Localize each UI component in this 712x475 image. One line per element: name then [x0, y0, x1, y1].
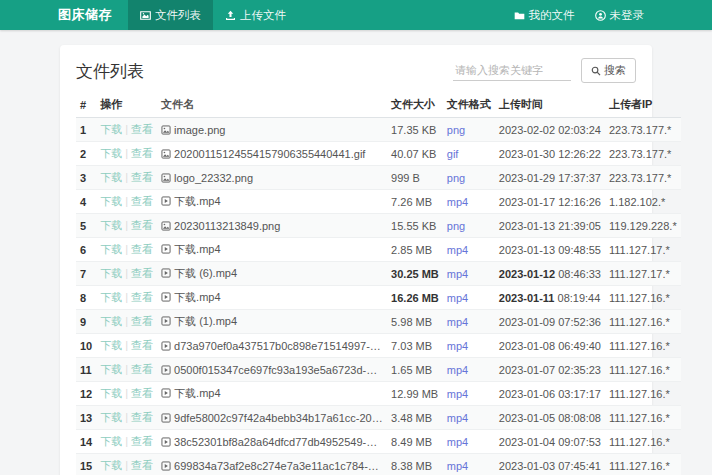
file-name: 699834a73af2e8c274e7a3e11ac1c784-2023-01… [174, 460, 387, 472]
row-actions: 下载|查看 [96, 166, 157, 190]
format-link[interactable]: mp4 [447, 388, 468, 400]
table-row: 4下载|查看下载.mp47.26 MBmp42023-01-17 12:16:2… [76, 190, 681, 214]
file-name: 下载.mp4 [174, 387, 220, 399]
file-name: 20230113213849.png [174, 220, 280, 232]
view-link[interactable]: 查看 [131, 459, 153, 471]
login-status-label: 未登录 [610, 8, 645, 23]
uploader-ip: 1.182.102.* [605, 190, 681, 214]
file-name-cell: 20230113213849.png [157, 214, 387, 238]
format-link[interactable]: png [447, 220, 465, 232]
tab-file-list-label: 文件列表 [155, 8, 201, 23]
view-link[interactable]: 查看 [131, 171, 153, 183]
file-format-cell: mp4 [443, 358, 495, 382]
file-name-cell: 20200115124554157906355440441.gif [157, 142, 387, 166]
search-button-label: 搜索 [604, 63, 626, 78]
format-link[interactable]: mp4 [447, 436, 468, 448]
format-link[interactable]: mp4 [447, 316, 468, 328]
view-link[interactable]: 查看 [131, 123, 153, 135]
file-size: 2.85 MB [387, 238, 443, 262]
row-actions: 下载|查看 [96, 382, 157, 406]
file-name-cell: 下载 (1).mp4 [157, 310, 387, 334]
download-link[interactable]: 下载 [100, 147, 122, 159]
view-link[interactable]: 查看 [131, 435, 153, 447]
file-size: 5.98 MB [387, 310, 443, 334]
download-link[interactable]: 下载 [100, 339, 122, 351]
format-link[interactable]: mp4 [447, 340, 468, 352]
download-link[interactable]: 下载 [100, 315, 122, 327]
download-link[interactable]: 下载 [100, 459, 122, 471]
format-link[interactable]: mp4 [447, 460, 468, 472]
row-actions: 下载|查看 [96, 406, 157, 430]
view-link[interactable]: 查看 [131, 363, 153, 375]
file-name-cell: 下载.mp4 [157, 190, 387, 214]
view-link[interactable]: 查看 [131, 315, 153, 327]
download-link[interactable]: 下载 [100, 243, 122, 255]
file-name: image.png [174, 124, 225, 136]
file-name: d73a970ef0a437517b0c898e71514997-2023-01… [174, 340, 387, 352]
file-name: 38c52301bf8a28a64dfcd77db4952549-2023-01… [174, 436, 387, 448]
upload-time: 2023-01-13 09:48:55 [495, 238, 605, 262]
folder-icon [514, 10, 525, 21]
upload-time: 2023-01-03 07:45:41 [495, 454, 605, 475]
file-table-body: 1下载|查看image.png17.35 KBpng2023-02-02 02:… [76, 118, 681, 475]
uploader-ip: 223.73.177.* [605, 142, 681, 166]
search-button[interactable]: 搜索 [581, 58, 636, 83]
row-actions: 下载|查看 [96, 334, 157, 358]
download-link[interactable]: 下载 [100, 363, 122, 375]
upload-time: 2023-01-29 17:37:37 [495, 166, 605, 190]
uploader-ip: 111.127.16.* [605, 406, 681, 430]
view-link[interactable]: 查看 [131, 219, 153, 231]
view-link[interactable]: 查看 [131, 267, 153, 279]
format-link[interactable]: gif [447, 148, 459, 160]
row-actions: 下载|查看 [96, 430, 157, 454]
format-link[interactable]: mp4 [447, 268, 468, 280]
search-input[interactable] [453, 60, 571, 81]
uploader-ip: 223.73.177.* [605, 166, 681, 190]
view-link[interactable]: 查看 [131, 195, 153, 207]
view-link[interactable]: 查看 [131, 411, 153, 423]
row-index: 10 [76, 334, 96, 358]
download-link[interactable]: 下载 [100, 387, 122, 399]
format-link[interactable]: png [447, 172, 465, 184]
view-link[interactable]: 查看 [131, 387, 153, 399]
row-index: 12 [76, 382, 96, 406]
col-actions: 操作 [96, 92, 157, 118]
file-name: 下载.mp4 [174, 291, 220, 303]
upload-time: 2023-01-09 07:52:36 [495, 310, 605, 334]
action-separator: | [125, 363, 128, 375]
format-link[interactable]: png [447, 124, 465, 136]
tab-upload[interactable]: 上传文件 [213, 0, 298, 30]
download-link[interactable]: 下载 [100, 411, 122, 423]
table-row: 14下载|查看38c52301bf8a28a64dfcd77db4952549-… [76, 430, 681, 454]
uploader-ip: 111.127.16.* [605, 286, 681, 310]
format-link[interactable]: mp4 [447, 196, 468, 208]
format-link[interactable]: mp4 [447, 412, 468, 424]
row-actions: 下载|查看 [96, 118, 157, 142]
view-link[interactable]: 查看 [131, 243, 153, 255]
download-link[interactable]: 下载 [100, 123, 122, 135]
file-name-cell: 699834a73af2e8c274e7a3e11ac1c784-2023-01… [157, 454, 387, 475]
format-link[interactable]: mp4 [447, 292, 468, 304]
row-index: 1 [76, 118, 96, 142]
download-link[interactable]: 下载 [100, 267, 122, 279]
action-separator: | [125, 315, 128, 327]
file-size: 16.26 MB [387, 286, 443, 310]
tab-file-list[interactable]: 文件列表 [128, 0, 213, 30]
download-link[interactable]: 下载 [100, 291, 122, 303]
file-format-cell: mp4 [443, 286, 495, 310]
format-link[interactable]: mp4 [447, 364, 468, 376]
download-link[interactable]: 下载 [100, 195, 122, 207]
row-actions: 下载|查看 [96, 142, 157, 166]
view-link[interactable]: 查看 [131, 147, 153, 159]
format-link[interactable]: mp4 [447, 244, 468, 256]
file-format-cell: mp4 [443, 430, 495, 454]
view-link[interactable]: 查看 [131, 291, 153, 303]
download-link[interactable]: 下载 [100, 171, 122, 183]
download-link[interactable]: 下载 [100, 435, 122, 447]
view-link[interactable]: 查看 [131, 339, 153, 351]
login-status-link[interactable]: 未登录 [585, 0, 655, 30]
uploader-ip: 111.127.16.* [605, 454, 681, 475]
card-header: 文件列表 搜索 [76, 58, 636, 83]
download-link[interactable]: 下载 [100, 219, 122, 231]
my-files-link[interactable]: 我的文件 [504, 0, 585, 30]
